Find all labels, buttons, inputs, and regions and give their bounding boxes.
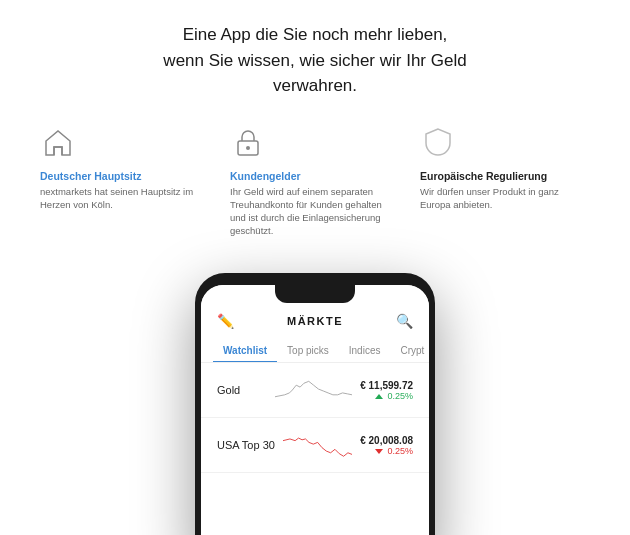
phone-notch [275, 285, 355, 303]
feature-hauptsitz-desc: nextmarkets hat seinen Hauptsitz im Herz… [40, 185, 210, 212]
house-icon [40, 125, 76, 161]
tab-watchlist[interactable]: Watchlist [213, 339, 277, 362]
hero-section: Eine App die Sie noch mehr lieben, wenn … [0, 0, 630, 117]
features-row: Deutscher Hauptsitz nextmarkets hat sein… [0, 117, 630, 238]
shield-icon [420, 125, 456, 161]
phone-screen: ✏️ MÄRKTE 🔍 Watchlist Top picks Indices … [201, 285, 429, 535]
app-tabs: Watchlist Top picks Indices Crypt [201, 339, 429, 363]
stock-name-gold: Gold [217, 384, 267, 396]
feature-regulierung: Europäische Regulierung Wir dürfen unser… [410, 125, 600, 238]
stock-row-gold: Gold € 11,599.72 0.25% [201, 363, 429, 418]
edit-icon[interactable]: ✏️ [217, 313, 234, 329]
page: Eine App die Sie noch mehr lieben, wenn … [0, 0, 630, 535]
stock-change-usa: 0.25% [360, 446, 413, 456]
stock-price-gold: € 11,599.72 [360, 380, 413, 391]
feature-hauptsitz-label: Deutscher Hauptsitz [40, 170, 210, 182]
lock-icon [230, 125, 266, 161]
feature-kundengelder-label: Kundengelder [230, 170, 400, 182]
stock-info-gold: € 11,599.72 0.25% [360, 380, 413, 401]
stock-chart-usa [283, 430, 352, 460]
feature-kundengelder: Kundengelder Ihr Geld wird auf einem sep… [220, 125, 410, 238]
stock-price-usa: € 20,008.08 [360, 435, 413, 446]
app-title: MÄRKTE [287, 315, 343, 327]
stock-info-usa: € 20,008.08 0.25% [360, 435, 413, 456]
phone-frame: ✏️ MÄRKTE 🔍 Watchlist Top picks Indices … [195, 273, 435, 535]
stock-name-usa: USA Top 30 [217, 439, 275, 451]
search-icon[interactable]: 🔍 [396, 313, 413, 329]
phone-mockup: ✏️ MÄRKTE 🔍 Watchlist Top picks Indices … [195, 273, 435, 535]
stock-change-gold: 0.25% [360, 391, 413, 401]
svg-point-1 [246, 146, 250, 150]
tab-indices[interactable]: Indices [339, 339, 391, 362]
hero-title: Eine App die Sie noch mehr lieben, wenn … [60, 22, 570, 99]
feature-hauptsitz: Deutscher Hauptsitz nextmarkets hat sein… [30, 125, 220, 238]
stock-chart-gold [275, 375, 352, 405]
tab-top-picks[interactable]: Top picks [277, 339, 339, 362]
stock-row-usa: USA Top 30 € 20,008.08 0.25% [201, 418, 429, 473]
feature-regulierung-label: Europäische Regulierung [420, 170, 590, 182]
feature-regulierung-desc: Wir dürfen unser Produkt in ganz Europa … [420, 185, 590, 212]
triangle-up-icon [375, 394, 383, 399]
triangle-down-icon [375, 449, 383, 454]
tab-crypto[interactable]: Crypt [390, 339, 429, 362]
feature-kundengelder-desc: Ihr Geld wird auf einem separaten Treuha… [230, 185, 400, 238]
